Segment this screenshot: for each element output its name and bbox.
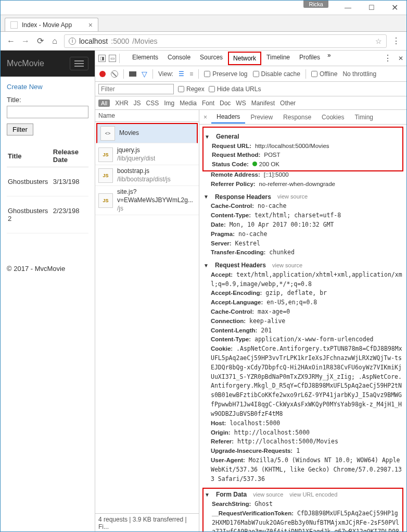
throttling-select[interactable]: No throttling — [342, 70, 376, 78]
js-icon: JS — [98, 168, 113, 183]
filter-button[interactable]: Filter — [7, 123, 33, 135]
title-label: Title: — [7, 96, 88, 104]
tab-network[interactable]: Network — [228, 52, 261, 65]
address-bar: ← → ⟳ ⌂ i localhost:5000/Movies ☆ ⋮ — [1, 32, 406, 51]
maximize-button[interactable]: ☐ — [360, 1, 383, 15]
window-titlebar: Ricka — ☐ ✕ — [1, 1, 406, 15]
request-row[interactable]: JS jquery.js/lib/jquery/dist — [95, 144, 199, 165]
regex-checkbox[interactable]: Regex — [178, 85, 205, 93]
type-font[interactable]: Font — [202, 100, 214, 107]
site-info-icon[interactable]: i — [69, 38, 76, 45]
url-host: localhost — [79, 37, 108, 45]
copyright: © 2017 - MvcMovie — [7, 265, 88, 273]
network-filter-input[interactable] — [98, 84, 174, 94]
type-all[interactable]: All — [98, 100, 110, 107]
network-type-filter: All XHR JS CSS Img Media Font Doc WS Man… — [95, 96, 406, 110]
forward-button[interactable]: → — [20, 36, 31, 46]
header-entry: Content-Type: text/html; charset=utf-8 — [204, 211, 402, 220]
tab-timeline[interactable]: Timeline — [262, 52, 294, 65]
devtools-close-icon[interactable]: ✕ — [398, 55, 403, 62]
tab-preview[interactable]: Preview — [245, 112, 278, 123]
view-label: View: — [158, 70, 173, 78]
tab-timing[interactable]: Timing — [349, 112, 378, 123]
user-badge: Ricka — [303, 1, 328, 8]
request-row-movies[interactable]: <> Movies — [96, 123, 198, 143]
waterfall-icon[interactable]: ≡ — [189, 70, 193, 78]
header-entry: Referer: http://localhost:5000/Movies — [204, 437, 402, 447]
large-rows-icon[interactable]: ☰ — [179, 70, 184, 78]
hamburger-icon[interactable] — [70, 57, 88, 70]
header-entry: SearchString: Ghost — [205, 500, 401, 509]
tab-cookies[interactable]: Cookies — [316, 112, 349, 123]
disable-cache-checkbox[interactable]: Disable cache — [253, 70, 300, 78]
tab-headers[interactable]: Headers — [211, 111, 245, 123]
inspect-icon[interactable]: ◨ — [98, 55, 106, 62]
app-content: MvcMovie Create New Title: Filter Title … — [1, 51, 95, 532]
header-entry: Content-Type: application/x-www-form-url… — [204, 335, 402, 344]
tab-profiles[interactable]: Profiles — [295, 52, 324, 65]
header-entry: Cache-Control: no-cache — [204, 202, 402, 211]
section-response-headers[interactable]: ▼Response Headersview source — [204, 192, 402, 202]
type-css[interactable]: CSS — [146, 100, 159, 107]
app-brand[interactable]: MvcMovie — [7, 59, 44, 68]
table-row: Ghostbusters 3/13/198 — [7, 167, 88, 196]
type-ws[interactable]: WS — [236, 100, 246, 107]
reload-button[interactable]: ⟳ — [35, 36, 45, 46]
create-new-link[interactable]: Create New — [7, 83, 43, 91]
tab-console[interactable]: Console — [163, 52, 195, 65]
clear-icon[interactable] — [111, 70, 118, 78]
close-button[interactable]: ✕ — [383, 1, 406, 15]
header-entry: Transfer-Encoding: chunked — [204, 248, 402, 257]
section-request-headers[interactable]: ▼Request Headersview source — [204, 261, 402, 270]
home-button[interactable]: ⌂ — [49, 36, 60, 46]
tab-close-icon[interactable]: × — [88, 21, 93, 29]
network-status-bar: 4 requests | 3.9 KB transferred | Fi... — [95, 513, 199, 532]
header-entry: __RequestVerificationToken: CfDJ8B98MxUF… — [205, 509, 401, 532]
request-row[interactable]: JS site.js?v=EWaMeWsJBYWmL2g.../js — [95, 186, 199, 215]
record-icon[interactable] — [99, 71, 106, 77]
network-filter-row: Regex Hide data URLs — [95, 82, 406, 96]
more-tabs-icon[interactable]: » — [327, 52, 331, 65]
header-entry: Accept-Language: en-US,en;q=0.8 — [204, 298, 402, 307]
section-general[interactable]: ▼General — [205, 132, 401, 142]
header-entry: Pragma: no-cache — [204, 230, 402, 239]
url-path: /Movies — [132, 37, 157, 45]
hide-data-urls-checkbox[interactable]: Hide data URLs — [209, 85, 261, 93]
devtools-menu-icon[interactable]: ⋮ — [384, 53, 392, 63]
browser-menu-icon[interactable]: ⋮ — [391, 36, 401, 46]
preserve-log-checkbox[interactable]: Preserve log — [204, 70, 247, 78]
back-button[interactable]: ← — [6, 36, 16, 46]
screenshot-icon[interactable] — [129, 71, 136, 77]
section-form-data[interactable]: ▼Form Dataview sourceview URL encoded — [205, 490, 401, 500]
url-field[interactable]: i localhost:5000/Movies ☆ — [64, 34, 387, 48]
tab-sources[interactable]: Sources — [196, 52, 227, 65]
bookmark-icon[interactable]: ☆ — [375, 37, 382, 45]
type-js[interactable]: JS — [134, 100, 141, 107]
devtools-tabstrip: ◨ ▭ Elements Console Sources Network Tim… — [95, 51, 406, 66]
browser-tab[interactable]: Index - Movie App × — [5, 18, 98, 31]
close-detail-icon[interactable]: × — [199, 114, 211, 121]
js-icon: JS — [98, 147, 113, 162]
filter-icon[interactable]: ▽ — [142, 70, 147, 78]
type-media[interactable]: Media — [180, 100, 197, 107]
js-icon: JS — [98, 193, 113, 208]
type-doc[interactable]: Doc — [220, 100, 231, 107]
tab-response[interactable]: Response — [278, 112, 316, 123]
network-toolbar: ▽ View: ☰ ≡ Preserve log Disable cache O… — [95, 66, 406, 82]
title-input[interactable] — [7, 106, 88, 118]
browser-tabstrip: Index - Movie App × — [1, 15, 406, 32]
minimize-button[interactable]: — — [336, 1, 360, 15]
device-icon[interactable]: ▭ — [109, 55, 116, 62]
header-entry: Accept-Encoding: gzip, deflate, br — [204, 289, 402, 298]
type-xhr[interactable]: XHR — [115, 100, 128, 107]
offline-checkbox[interactable]: Offline — [311, 70, 337, 78]
type-img[interactable]: Img — [164, 100, 174, 107]
tab-elements[interactable]: Elements — [128, 52, 162, 65]
request-list: Name <> Movies JS jquery.js/lib/jquery/d… — [95, 110, 199, 532]
type-manifest[interactable]: Manifest — [251, 100, 275, 107]
header-entry: Connection: keep-alive — [204, 317, 402, 326]
header-entry: Accept: text/html,application/xhtml+xml,… — [204, 270, 402, 289]
tab-title: Index - Movie App — [22, 21, 72, 29]
request-row[interactable]: JS bootstrap.js/lib/bootstrap/dist/js — [95, 165, 199, 186]
type-other[interactable]: Other — [280, 100, 296, 107]
